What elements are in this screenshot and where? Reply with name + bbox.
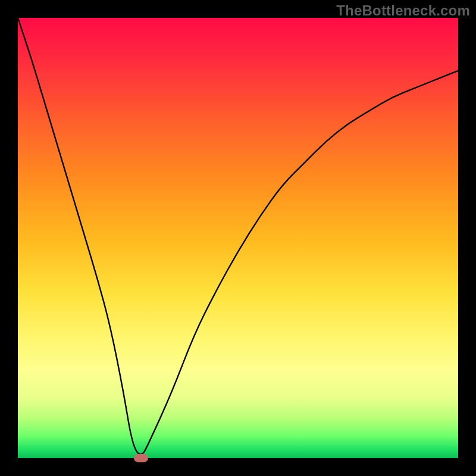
optimum-marker — [134, 454, 148, 462]
watermark-text: TheBottleneck.com — [336, 2, 470, 19]
bottleneck-curve — [18, 18, 458, 455]
curve-svg — [18, 18, 458, 458]
chart-frame: TheBottleneck.com — [0, 0, 476, 476]
plot-area — [18, 18, 458, 458]
